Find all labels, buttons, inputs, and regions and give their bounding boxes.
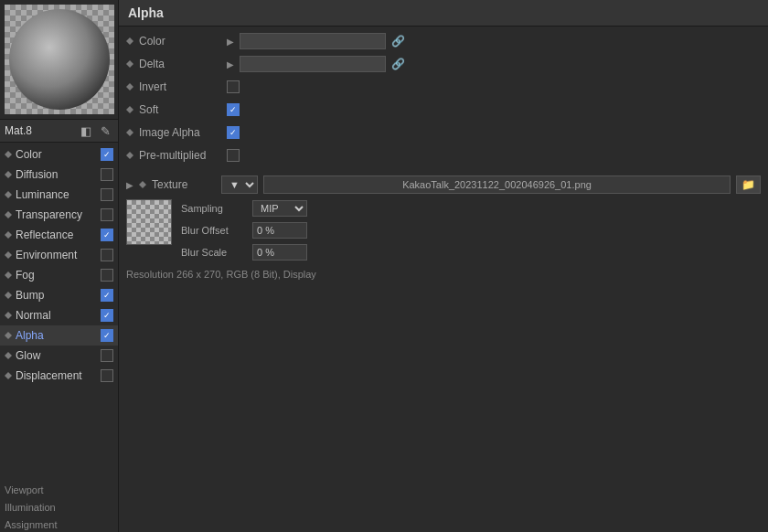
sidebar-section-assignment[interactable]: Assignment bbox=[0, 515, 118, 532]
channel-checkbox[interactable] bbox=[101, 168, 113, 181]
resolution-text: Resolution 266 x 270, RGB (8 Bit), Displ… bbox=[119, 265, 768, 283]
channel-dot bbox=[5, 292, 12, 299]
sidebar-section-illumination[interactable]: Illumination bbox=[0, 497, 118, 515]
channel-checkbox[interactable] bbox=[101, 309, 113, 322]
sidebar-channel-color[interactable]: Color bbox=[0, 144, 118, 165]
channel-checkbox[interactable] bbox=[101, 289, 113, 302]
texture-section: ▶ Texture ▼ 📁 Sampling MIP Blur Offset bbox=[119, 174, 768, 283]
prop-label: Color bbox=[139, 35, 221, 48]
sidebar-channel-reflectance[interactable]: Reflectance bbox=[0, 225, 118, 245]
prop-label: Delta bbox=[139, 58, 221, 70]
channel-dot bbox=[5, 271, 12, 279]
channel-name: Alpha bbox=[16, 329, 97, 342]
texture-dropdown[interactable]: ▼ bbox=[221, 176, 258, 194]
channel-dot bbox=[5, 312, 12, 319]
main-panel: Alpha Color ▶ 🔗 Delta ▶ 🔗 Invert Soft Im… bbox=[119, 0, 768, 532]
sidebar-channel-diffusion[interactable]: Diffusion bbox=[0, 165, 118, 185]
channel-name: Environment bbox=[16, 249, 97, 261]
prop-input[interactable] bbox=[240, 33, 386, 49]
material-name: Mat.8 bbox=[5, 124, 74, 137]
prop-link-icon[interactable]: 🔗 bbox=[391, 58, 405, 70]
channel-dot bbox=[5, 171, 12, 178]
channel-name: Displacement bbox=[16, 369, 97, 382]
material-copy-button[interactable]: ◧ bbox=[78, 122, 94, 140]
channel-dot bbox=[5, 332, 12, 339]
channel-name: Reflectance bbox=[16, 229, 97, 241]
texture-header[interactable]: ▶ Texture ▼ 📁 bbox=[119, 174, 768, 196]
sampling-row: Sampling MIP bbox=[181, 199, 761, 218]
prop-row-color: Color ▶ 🔗 bbox=[126, 31, 761, 51]
channel-name: Normal bbox=[16, 309, 97, 322]
prop-dot bbox=[126, 37, 133, 45]
prop-expand-icon: ▶ bbox=[227, 59, 234, 69]
channel-dot bbox=[5, 372, 12, 379]
sampling-dropdown[interactable]: MIP bbox=[252, 200, 307, 217]
sidebar-section-viewport[interactable]: Viewport bbox=[0, 480, 118, 497]
prop-label: Invert bbox=[139, 80, 221, 93]
prop-row-pre-multiplied: Pre-multiplied bbox=[126, 145, 761, 165]
channel-checkbox[interactable] bbox=[101, 208, 113, 221]
sidebar-channel-environment[interactable]: Environment bbox=[0, 245, 118, 265]
blur-offset-input[interactable] bbox=[252, 222, 307, 239]
channel-name: Bump bbox=[16, 289, 97, 302]
channel-checkbox[interactable] bbox=[101, 329, 113, 342]
panel-title: Alpha bbox=[119, 0, 768, 27]
channel-dot bbox=[5, 231, 12, 239]
sidebar-channel-alpha[interactable]: Alpha bbox=[0, 325, 118, 346]
channel-dot bbox=[5, 251, 12, 259]
sidebar-channel-transparency[interactable]: Transparency bbox=[0, 205, 118, 225]
channel-checkbox[interactable] bbox=[101, 188, 113, 201]
channel-checkbox[interactable] bbox=[101, 269, 113, 282]
channel-list: Color Diffusion Luminance Transparency R… bbox=[0, 143, 118, 480]
material-preview bbox=[5, 5, 114, 114]
sidebar-channel-fog[interactable]: Fog bbox=[0, 265, 118, 285]
sidebar-channel-luminance[interactable]: Luminance bbox=[0, 185, 118, 205]
prop-dot bbox=[126, 60, 133, 68]
channel-name: Glow bbox=[16, 349, 97, 362]
prop-label: Pre-multiplied bbox=[139, 149, 221, 162]
sampling-label: Sampling bbox=[181, 203, 245, 214]
channel-name: Diffusion bbox=[16, 168, 97, 181]
prop-checkbox[interactable] bbox=[227, 126, 240, 139]
material-settings-button[interactable]: ✎ bbox=[98, 122, 113, 140]
channel-checkbox[interactable] bbox=[101, 369, 113, 382]
channel-checkbox[interactable] bbox=[101, 148, 113, 161]
prop-checkbox[interactable] bbox=[227, 149, 240, 162]
texture-preview-thumbnail bbox=[126, 199, 172, 245]
channel-name: Color bbox=[16, 148, 97, 161]
channel-dot bbox=[5, 191, 12, 198]
sidebar-channel-glow[interactable]: Glow bbox=[0, 346, 118, 366]
sidebar-channel-displacement[interactable]: Displacement bbox=[0, 366, 118, 386]
channel-checkbox[interactable] bbox=[101, 249, 113, 261]
channel-checkbox[interactable] bbox=[101, 229, 113, 241]
channel-name: Luminance bbox=[16, 188, 97, 201]
properties-area: Color ▶ 🔗 Delta ▶ 🔗 Invert Soft Image Al… bbox=[119, 27, 768, 170]
channel-checkbox[interactable] bbox=[101, 349, 113, 362]
sidebar-sections: ViewportIlluminationAssignment bbox=[0, 480, 118, 532]
prop-label: Image Alpha bbox=[139, 126, 221, 139]
material-name-bar: Mat.8 ◧ ✎ bbox=[0, 119, 118, 143]
prop-dot bbox=[126, 129, 133, 136]
prop-checkbox[interactable] bbox=[227, 103, 240, 116]
prop-input[interactable] bbox=[240, 56, 386, 72]
sidebar-channel-bump[interactable]: Bump bbox=[0, 285, 118, 305]
channel-name: Fog bbox=[16, 269, 97, 282]
prop-dot bbox=[126, 83, 133, 90]
prop-checkbox[interactable] bbox=[227, 80, 240, 93]
texture-folder-button[interactable]: 📁 bbox=[736, 176, 761, 194]
texture-label: Texture bbox=[152, 178, 216, 191]
prop-expand-icon: ▶ bbox=[227, 37, 234, 47]
channel-dot bbox=[5, 211, 12, 218]
texture-filename[interactable] bbox=[263, 176, 731, 194]
blur-offset-label: Blur Offset bbox=[181, 225, 245, 236]
channel-dot bbox=[5, 352, 12, 359]
prop-link-icon[interactable]: 🔗 bbox=[391, 35, 405, 48]
prop-row-invert: Invert bbox=[126, 77, 761, 97]
blur-scale-input[interactable] bbox=[252, 244, 307, 261]
blur-scale-label: Blur Scale bbox=[181, 247, 245, 258]
preview-sphere bbox=[9, 9, 110, 110]
sidebar-channel-normal[interactable]: Normal bbox=[0, 305, 118, 325]
texture-detail: Sampling MIP Blur Offset Blur Scale bbox=[119, 196, 768, 265]
prop-dot bbox=[126, 106, 133, 113]
channel-dot bbox=[5, 151, 12, 158]
